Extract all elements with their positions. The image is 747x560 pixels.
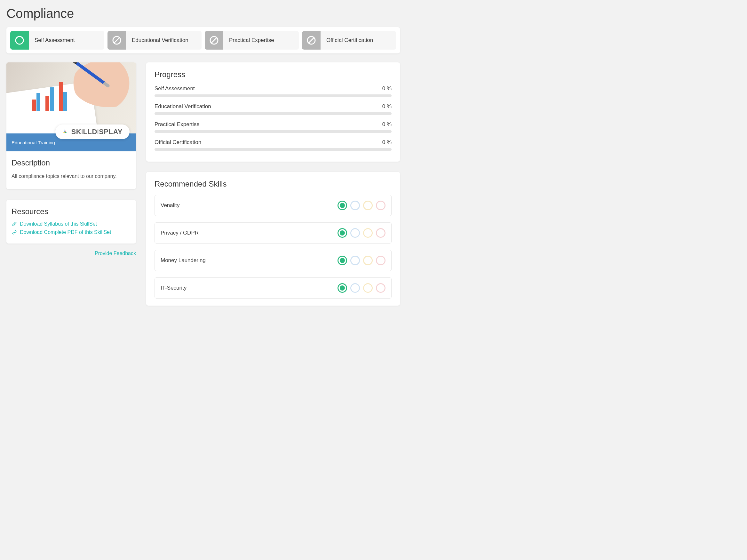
tab-label: Self Assessment bbox=[29, 37, 75, 44]
progress-value: 0 % bbox=[382, 85, 392, 92]
badge-practical-icon[interactable] bbox=[363, 256, 373, 265]
link-label: Download Syllabus of this SkillSet bbox=[20, 221, 97, 227]
progress-value: 0 % bbox=[382, 121, 392, 128]
provide-feedback-link[interactable]: Provide Feedback bbox=[6, 251, 136, 256]
resources-card: Resources Download Syllabus of this Skil… bbox=[6, 200, 136, 244]
circle-icon bbox=[10, 31, 29, 50]
tab-self-assessment[interactable]: Self Assessment bbox=[10, 31, 104, 50]
svg-line-2 bbox=[114, 38, 119, 43]
progress-bar bbox=[155, 148, 392, 151]
skill-item[interactable]: Money Laundering bbox=[155, 250, 392, 271]
tab-educational-verification[interactable]: Educational Verification bbox=[107, 31, 202, 50]
badge-cert-icon[interactable] bbox=[376, 256, 386, 265]
badge-self-icon[interactable] bbox=[337, 256, 347, 265]
progress-bar bbox=[155, 130, 392, 133]
badge-edu-icon[interactable] bbox=[350, 283, 360, 293]
description-text: All compliance topics relevant to our co… bbox=[11, 173, 131, 180]
recommended-skills-card: Recommended Skills Venality Privacy / GD… bbox=[146, 172, 400, 306]
training-band-label: Educational Training bbox=[11, 140, 55, 145]
badge-self-icon[interactable] bbox=[337, 228, 347, 238]
tab-practical-expertise[interactable]: Practical Expertise bbox=[205, 31, 299, 50]
tab-label: Educational Verification bbox=[126, 37, 188, 44]
skill-name: Privacy / GDPR bbox=[161, 230, 199, 236]
badge-cert-icon[interactable] bbox=[376, 228, 386, 238]
badge-practical-icon[interactable] bbox=[363, 228, 373, 238]
progress-label: Educational Verification bbox=[155, 103, 211, 110]
tab-label: Official Certification bbox=[320, 37, 373, 44]
ban-icon bbox=[107, 31, 126, 50]
svg-line-4 bbox=[211, 38, 216, 43]
badge-cert-icon[interactable] bbox=[376, 201, 386, 210]
ban-icon bbox=[205, 31, 223, 50]
ban-icon bbox=[302, 31, 320, 50]
progress-label: Official Certification bbox=[155, 139, 201, 146]
badge-edu-icon[interactable] bbox=[350, 256, 360, 265]
description-heading: Description bbox=[11, 158, 131, 168]
link-label: Download Complete PDF of this SkillSet bbox=[20, 229, 111, 235]
badge-practical-icon[interactable] bbox=[363, 283, 373, 293]
brand-text: SKiLLDiSPLAY bbox=[71, 128, 123, 136]
badge-edu-icon[interactable] bbox=[350, 201, 360, 210]
skill-name: IT-Security bbox=[161, 285, 186, 291]
tab-official-certification[interactable]: Official Certification bbox=[302, 31, 396, 50]
skill-badges bbox=[337, 256, 386, 265]
progress-label: Self Assessment bbox=[155, 85, 195, 92]
tab-label: Practical Expertise bbox=[223, 37, 274, 44]
badge-self-icon[interactable] bbox=[337, 283, 347, 293]
skill-item[interactable]: Privacy / GDPR bbox=[155, 222, 392, 244]
badge-edu-icon[interactable] bbox=[350, 228, 360, 238]
skill-badges bbox=[337, 228, 386, 238]
brand-logo-icon bbox=[61, 128, 69, 136]
training-card: Educational Training SKiLLDiSPLAY Descri… bbox=[6, 62, 136, 189]
skill-item[interactable]: IT-Security bbox=[155, 277, 392, 299]
brand-badge: SKiLLDiSPLAY bbox=[55, 125, 130, 139]
badge-practical-icon[interactable] bbox=[363, 201, 373, 210]
skill-item[interactable]: Venality bbox=[155, 195, 392, 216]
page-title: Compliance bbox=[6, 6, 400, 21]
training-image bbox=[6, 62, 136, 133]
resources-heading: Resources bbox=[11, 207, 131, 216]
progress-label: Practical Expertise bbox=[155, 121, 200, 128]
progress-bar bbox=[155, 94, 392, 97]
svg-line-6 bbox=[309, 38, 314, 43]
skill-badges bbox=[337, 283, 386, 293]
link-icon bbox=[11, 221, 17, 227]
progress-value: 0 % bbox=[382, 103, 392, 110]
progress-card: Progress Self Assessment 0 % Educational… bbox=[146, 62, 400, 161]
skill-badges bbox=[337, 201, 386, 210]
skills-heading: Recommended Skills bbox=[155, 180, 392, 188]
link-icon bbox=[11, 229, 17, 235]
badge-self-icon[interactable] bbox=[337, 201, 347, 210]
skill-name: Money Laundering bbox=[161, 257, 206, 264]
download-syllabus-link[interactable]: Download Syllabus of this SkillSet bbox=[11, 221, 131, 227]
progress-heading: Progress bbox=[155, 70, 392, 79]
badge-cert-icon[interactable] bbox=[376, 283, 386, 293]
progress-bar bbox=[155, 112, 392, 115]
training-band: Educational Training SKiLLDiSPLAY bbox=[6, 133, 136, 151]
download-complete-pdf-link[interactable]: Download Complete PDF of this SkillSet bbox=[11, 229, 131, 235]
skill-name: Venality bbox=[161, 202, 180, 209]
verification-tabs: Self Assessment Educational Verification… bbox=[6, 27, 400, 53]
svg-point-0 bbox=[16, 36, 23, 44]
progress-value: 0 % bbox=[382, 139, 392, 146]
